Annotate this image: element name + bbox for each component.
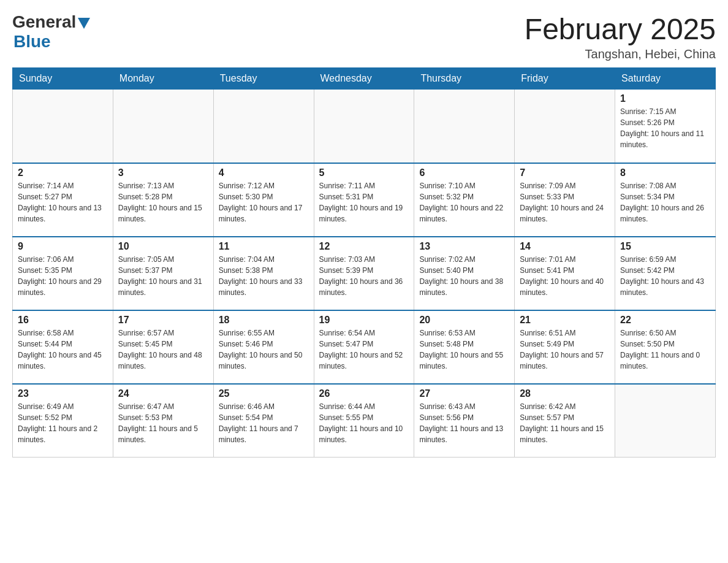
calendar-cell xyxy=(414,90,515,163)
day-number: 18 xyxy=(219,315,309,326)
day-info: Sunrise: 7:08 AMSunset: 5:34 PMDaylight:… xyxy=(620,180,710,224)
day-number: 15 xyxy=(620,241,710,252)
calendar-cell: 18Sunrise: 6:55 AMSunset: 5:46 PMDayligh… xyxy=(213,310,314,384)
day-number: 2 xyxy=(18,167,108,178)
day-number: 14 xyxy=(520,241,610,252)
calendar-cell: 25Sunrise: 6:46 AMSunset: 5:54 PMDayligh… xyxy=(213,384,314,458)
calendar-cell: 11Sunrise: 7:04 AMSunset: 5:38 PMDayligh… xyxy=(213,237,314,310)
day-number: 12 xyxy=(319,241,409,252)
calendar-table: SundayMondayTuesdayWednesdayThursdayFrid… xyxy=(12,67,716,458)
calendar-cell: 26Sunrise: 6:44 AMSunset: 5:55 PMDayligh… xyxy=(314,384,414,458)
calendar-cell xyxy=(314,90,414,163)
day-info: Sunrise: 7:09 AMSunset: 5:33 PMDaylight:… xyxy=(520,180,610,224)
day-info: Sunrise: 6:46 AMSunset: 5:54 PMDaylight:… xyxy=(219,401,309,445)
day-info: Sunrise: 6:58 AMSunset: 5:44 PMDaylight:… xyxy=(18,327,108,372)
day-number: 17 xyxy=(118,315,208,326)
day-number: 26 xyxy=(319,388,409,399)
calendar-cell xyxy=(113,90,213,163)
day-info: Sunrise: 7:13 AMSunset: 5:28 PMDaylight:… xyxy=(118,180,208,224)
day-number: 23 xyxy=(18,388,108,399)
calendar-cell: 20Sunrise: 6:53 AMSunset: 5:48 PMDayligh… xyxy=(414,310,515,384)
calendar-cell: 19Sunrise: 6:54 AMSunset: 5:47 PMDayligh… xyxy=(314,310,414,384)
day-number: 6 xyxy=(419,167,509,178)
calendar-cell: 17Sunrise: 6:57 AMSunset: 5:45 PMDayligh… xyxy=(113,310,213,384)
day-number: 3 xyxy=(118,167,208,178)
weekday-header-wednesday: Wednesday xyxy=(314,68,414,90)
month-title: February 2025 xyxy=(525,12,716,46)
calendar-cell: 10Sunrise: 7:05 AMSunset: 5:37 PMDayligh… xyxy=(113,237,213,310)
calendar-cell xyxy=(615,384,716,458)
calendar-cell: 15Sunrise: 6:59 AMSunset: 5:42 PMDayligh… xyxy=(615,237,716,310)
day-number: 20 xyxy=(419,315,509,326)
day-info: Sunrise: 7:04 AMSunset: 5:38 PMDaylight:… xyxy=(219,254,309,298)
day-number: 24 xyxy=(118,388,208,399)
day-info: Sunrise: 6:43 AMSunset: 5:56 PMDaylight:… xyxy=(419,401,509,445)
logo: General Blue xyxy=(12,12,90,52)
calendar-cell: 24Sunrise: 6:47 AMSunset: 5:53 PMDayligh… xyxy=(113,384,213,458)
weekday-header-sunday: Sunday xyxy=(13,68,113,90)
calendar-cell: 14Sunrise: 7:01 AMSunset: 5:41 PMDayligh… xyxy=(515,237,615,310)
calendar-cell: 2Sunrise: 7:14 AMSunset: 5:27 PMDaylight… xyxy=(13,163,113,237)
day-info: Sunrise: 6:57 AMSunset: 5:45 PMDaylight:… xyxy=(118,327,208,372)
logo-blue-text: Blue xyxy=(13,32,51,51)
day-number: 28 xyxy=(520,388,610,399)
weekday-header-monday: Monday xyxy=(113,68,213,90)
weekday-header-friday: Friday xyxy=(515,68,615,90)
day-info: Sunrise: 7:11 AMSunset: 5:31 PMDaylight:… xyxy=(319,180,409,224)
day-info: Sunrise: 7:12 AMSunset: 5:30 PMDaylight:… xyxy=(219,180,309,224)
day-info: Sunrise: 7:02 AMSunset: 5:40 PMDaylight:… xyxy=(419,254,509,298)
day-info: Sunrise: 7:05 AMSunset: 5:37 PMDaylight:… xyxy=(118,254,208,298)
day-info: Sunrise: 6:53 AMSunset: 5:48 PMDaylight:… xyxy=(419,327,509,372)
weekday-header-thursday: Thursday xyxy=(414,68,515,90)
logo-general-text: General xyxy=(12,12,76,32)
day-info: Sunrise: 6:44 AMSunset: 5:55 PMDaylight:… xyxy=(319,401,409,445)
calendar-cell: 21Sunrise: 6:51 AMSunset: 5:49 PMDayligh… xyxy=(515,310,615,384)
day-number: 5 xyxy=(319,167,409,178)
weekday-header-tuesday: Tuesday xyxy=(213,68,314,90)
title-section: February 2025 Tangshan, Hebei, China xyxy=(525,12,716,61)
calendar-week-row: 16Sunrise: 6:58 AMSunset: 5:44 PMDayligh… xyxy=(13,310,716,384)
day-number: 27 xyxy=(419,388,509,399)
day-info: Sunrise: 7:03 AMSunset: 5:39 PMDaylight:… xyxy=(319,254,409,298)
logo-triangle-icon xyxy=(78,18,90,29)
calendar-week-row: 9Sunrise: 7:06 AMSunset: 5:35 PMDaylight… xyxy=(13,237,716,310)
weekday-header-saturday: Saturday xyxy=(615,68,716,90)
day-info: Sunrise: 6:54 AMSunset: 5:47 PMDaylight:… xyxy=(319,327,409,372)
day-info: Sunrise: 6:51 AMSunset: 5:49 PMDaylight:… xyxy=(520,327,610,372)
calendar-cell: 6Sunrise: 7:10 AMSunset: 5:32 PMDaylight… xyxy=(414,163,515,237)
day-info: Sunrise: 6:49 AMSunset: 5:52 PMDaylight:… xyxy=(18,401,108,445)
calendar-cell: 9Sunrise: 7:06 AMSunset: 5:35 PMDaylight… xyxy=(13,237,113,310)
calendar-week-row: 23Sunrise: 6:49 AMSunset: 5:52 PMDayligh… xyxy=(13,384,716,458)
day-number: 1 xyxy=(620,93,710,104)
calendar-cell: 4Sunrise: 7:12 AMSunset: 5:30 PMDaylight… xyxy=(213,163,314,237)
calendar-week-row: 2Sunrise: 7:14 AMSunset: 5:27 PMDaylight… xyxy=(13,163,716,237)
calendar-week-row: 1Sunrise: 7:15 AMSunset: 5:26 PMDaylight… xyxy=(13,90,716,163)
calendar-cell: 3Sunrise: 7:13 AMSunset: 5:28 PMDaylight… xyxy=(113,163,213,237)
calendar-cell xyxy=(213,90,314,163)
day-number: 16 xyxy=(18,315,108,326)
calendar-cell: 1Sunrise: 7:15 AMSunset: 5:26 PMDaylight… xyxy=(615,90,716,163)
day-number: 10 xyxy=(118,241,208,252)
calendar-cell xyxy=(515,90,615,163)
day-info: Sunrise: 6:42 AMSunset: 5:57 PMDaylight:… xyxy=(520,401,610,445)
day-number: 19 xyxy=(319,315,409,326)
calendar-header-row: SundayMondayTuesdayWednesdayThursdayFrid… xyxy=(13,68,716,90)
day-number: 8 xyxy=(620,167,710,178)
location: Tangshan, Hebei, China xyxy=(525,47,716,61)
calendar-cell: 5Sunrise: 7:11 AMSunset: 5:31 PMDaylight… xyxy=(314,163,414,237)
day-info: Sunrise: 7:15 AMSunset: 5:26 PMDaylight:… xyxy=(620,106,710,150)
calendar-cell: 12Sunrise: 7:03 AMSunset: 5:39 PMDayligh… xyxy=(314,237,414,310)
day-number: 21 xyxy=(520,315,610,326)
calendar-cell: 27Sunrise: 6:43 AMSunset: 5:56 PMDayligh… xyxy=(414,384,515,458)
calendar-cell: 28Sunrise: 6:42 AMSunset: 5:57 PMDayligh… xyxy=(515,384,615,458)
day-number: 9 xyxy=(18,241,108,252)
day-info: Sunrise: 6:55 AMSunset: 5:46 PMDaylight:… xyxy=(219,327,309,372)
day-number: 7 xyxy=(520,167,610,178)
calendar-cell: 23Sunrise: 6:49 AMSunset: 5:52 PMDayligh… xyxy=(13,384,113,458)
day-number: 11 xyxy=(219,241,309,252)
day-info: Sunrise: 6:59 AMSunset: 5:42 PMDaylight:… xyxy=(620,254,710,298)
day-info: Sunrise: 6:50 AMSunset: 5:50 PMDaylight:… xyxy=(620,327,710,372)
calendar-cell: 7Sunrise: 7:09 AMSunset: 5:33 PMDaylight… xyxy=(515,163,615,237)
page-header: General Blue February 2025 Tangshan, Heb… xyxy=(12,12,716,61)
day-info: Sunrise: 7:01 AMSunset: 5:41 PMDaylight:… xyxy=(520,254,610,298)
